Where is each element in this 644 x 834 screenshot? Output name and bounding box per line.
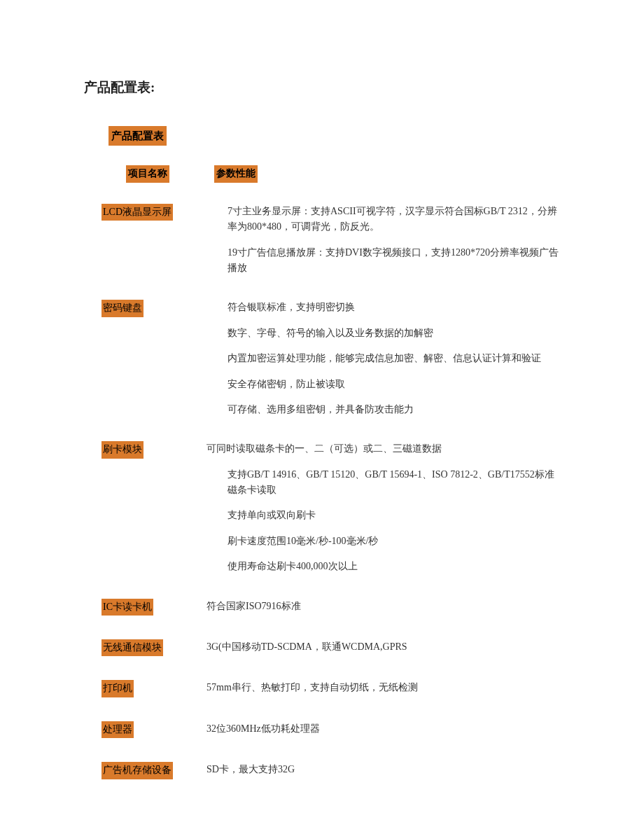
spec-row-content: 57mm串行、热敏打印，支持自动切纸，无纸检测 xyxy=(206,680,560,695)
spec-row-label-cell: 无线通信模块 xyxy=(102,639,206,656)
spec-row-content: 32位360MHz低功耗处理器 xyxy=(206,721,560,737)
spec-text: 支持单向或双向刷卡 xyxy=(227,508,560,523)
spec-text: 刷卡速度范围10毫米/秒-100毫米/秒 xyxy=(227,534,560,549)
column-header-item: 项目名称 xyxy=(126,165,169,182)
spec-row-label: 广告机存储设备 xyxy=(102,762,173,779)
column-headers-row: 项目名称 参数性能 xyxy=(84,165,560,182)
spec-row: 打印机57mm串行、热敏打印，支持自动切纸，无纸检测 xyxy=(84,680,560,697)
spec-row-label: 密码键盘 xyxy=(102,300,144,317)
spec-row-label-cell: 处理器 xyxy=(102,721,206,738)
spec-text: 57mm串行、热敏打印，支持自动切纸，无纸检测 xyxy=(206,680,560,695)
section-heading: 产品配置表 xyxy=(108,126,167,146)
column-header-spec: 参数性能 xyxy=(214,165,258,182)
spec-text: 安全存储密钥，防止被读取 xyxy=(227,377,560,392)
spec-text: 可同时读取磁条卡的一、二（可选）或二、三磁道数据 xyxy=(206,441,560,457)
spec-row-label-cell: 密码键盘 xyxy=(102,300,206,317)
spec-row: LCD液晶显示屏7寸主业务显示屏：支持ASCII可视字符，汉字显示符合国标GB/… xyxy=(84,204,560,277)
spec-row: 广告机存储设备SD卡，最大支持32G xyxy=(84,762,560,779)
spec-row-label: 无线通信模块 xyxy=(102,639,163,656)
spec-row-content: 3G(中国移动TD-SCDMA，联通WCDMA,GPRS xyxy=(206,639,560,655)
spec-text: 7寸主业务显示屏：支持ASCII可视字符，汉字显示符合国标GB/T 2312，分… xyxy=(227,204,560,235)
spec-row-label-cell: 打印机 xyxy=(102,680,206,697)
spec-text: 符合国家ISO7916标准 xyxy=(206,599,560,614)
spec-row-content: 7寸主业务显示屏：支持ASCII可视字符，汉字显示符合国标GB/T 2312，分… xyxy=(206,204,560,277)
spec-row-label-cell: LCD液晶显示屏 xyxy=(102,204,206,221)
spec-text: 支持GB/T 14916、GB/T 15120、GB/T 15694-1、ISO… xyxy=(227,467,560,499)
spec-row-label: LCD液晶显示屏 xyxy=(102,204,173,221)
spec-text: 32位360MHz低功耗处理器 xyxy=(206,721,560,737)
spec-row: IC卡读卡机符合国家ISO7916标准 xyxy=(84,599,560,616)
spec-text: 数字、字母、符号的输入以及业务数据的加解密 xyxy=(227,326,560,341)
spec-row: 处理器32位360MHz低功耗处理器 xyxy=(84,721,560,738)
spec-text: 可存储、选用多组密钥，并具备防攻击能力 xyxy=(227,402,560,417)
spec-row-label: 刷卡模块 xyxy=(102,441,144,458)
spec-text: 19寸广告信息播放屏：支持DVI数字视频接口，支持1280*720分辨率视频广告… xyxy=(227,245,560,277)
spec-row-label-cell: 广告机存储设备 xyxy=(102,762,206,779)
spec-text: 内置加密运算处理功能，能够完成信息加密、解密、信息认证计算和验证 xyxy=(227,351,560,366)
spec-row: 刷卡模块可同时读取磁条卡的一、二（可选）或二、三磁道数据支持GB/T 14916… xyxy=(84,441,560,574)
spec-text: 使用寿命达刷卡400,000次以上 xyxy=(227,559,560,574)
spec-text: SD卡，最大支持32G xyxy=(206,762,560,777)
spec-row-label: 打印机 xyxy=(102,680,134,697)
spec-row-label: 处理器 xyxy=(102,721,134,738)
spec-row-label: IC卡读卡机 xyxy=(102,599,153,616)
spec-row: 密码键盘符合银联标准，支持明密切换数字、字母、符号的输入以及业务数据的加解密内置… xyxy=(84,300,560,417)
spec-row-content: 可同时读取磁条卡的一、二（可选）或二、三磁道数据支持GB/T 14916、GB/… xyxy=(206,441,560,574)
spec-row: 无线通信模块3G(中国移动TD-SCDMA，联通WCDMA,GPRS xyxy=(84,639,560,656)
document-title: 产品配置表: xyxy=(84,77,560,98)
spec-text: 3G(中国移动TD-SCDMA，联通WCDMA,GPRS xyxy=(206,639,560,655)
spec-row-content: 符合银联标准，支持明密切换数字、字母、符号的输入以及业务数据的加解密内置加密运算… xyxy=(206,300,560,417)
spec-row-label-cell: IC卡读卡机 xyxy=(102,599,206,616)
spec-row-label-cell: 刷卡模块 xyxy=(102,441,206,458)
spec-table-body: LCD液晶显示屏7寸主业务显示屏：支持ASCII可视字符，汉字显示符合国标GB/… xyxy=(84,204,560,779)
spec-row-content: 符合国家ISO7916标准 xyxy=(206,599,560,614)
spec-row-content: SD卡，最大支持32G xyxy=(206,762,560,777)
spec-text: 符合银联标准，支持明密切换 xyxy=(227,300,560,315)
